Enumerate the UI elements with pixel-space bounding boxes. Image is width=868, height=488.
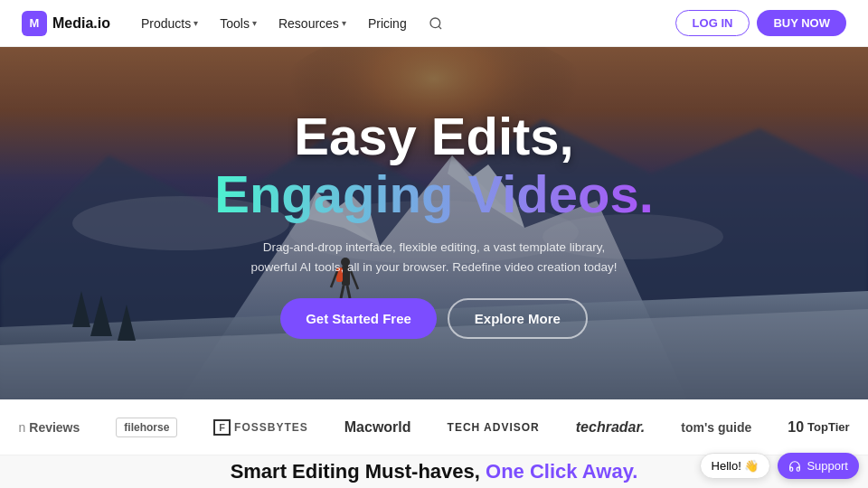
chevron-down-icon: ▾: [193, 18, 198, 28]
support-widget-button[interactable]: Support: [778, 453, 859, 479]
buynow-button[interactable]: BUY NOW: [757, 10, 846, 36]
logo-brand-macworld: Macworld: [344, 419, 411, 436]
nav-item-tools[interactable]: Tools ▾: [211, 11, 266, 36]
logo-brand-techradar: techradar.: [576, 419, 645, 436]
hero-content: Easy Edits, Engaging Videos. Drag-and-dr…: [178, 108, 690, 340]
search-icon: [429, 16, 443, 31]
chat-widgets: Hello! 👋 Support: [700, 453, 859, 479]
get-started-button[interactable]: Get Started Free: [280, 298, 437, 339]
logo-brand-filehorse: filehorse: [116, 418, 177, 437]
hero-subtitle: Drag-and-drop interface, flexible editin…: [244, 238, 624, 277]
hero-buttons: Get Started Free Explore More: [214, 298, 654, 339]
nav-item-pricing[interactable]: Pricing: [359, 11, 416, 36]
search-button[interactable]: [420, 11, 452, 36]
headset-icon: [788, 460, 801, 473]
logo-text: Media.io: [52, 15, 110, 32]
nav-item-resources[interactable]: Resources ▾: [269, 11, 355, 36]
bottom-title: Smart Editing Must-haves, One Click Away…: [231, 460, 638, 483]
support-widget-label: Support: [807, 459, 848, 473]
navbar: M Media.io Products ▾ Tools ▾ Resources …: [0, 0, 868, 47]
svg-point-0: [430, 18, 440, 28]
logo[interactable]: M Media.io: [22, 11, 110, 36]
logo-brand-topter: 10TopTier: [788, 419, 849, 436]
chevron-down-icon: ▾: [342, 18, 346, 28]
logo-brand-nreviews: nReviews: [18, 420, 80, 435]
nav-actions: LOG IN BUY NOW: [675, 10, 846, 36]
svg-line-1: [439, 26, 441, 29]
login-button[interactable]: LOG IN: [675, 10, 750, 36]
hello-widget-label: Hello! 👋: [712, 459, 760, 473]
explore-more-button[interactable]: Explore More: [448, 298, 588, 339]
hello-widget-button[interactable]: Hello! 👋: [700, 453, 771, 479]
hero-title-line1: Easy Edits,: [214, 108, 654, 165]
hero-section: Easy Edits, Engaging Videos. Drag-and-dr…: [0, 47, 868, 399]
logos-strip: nReviews filehorse F FOSSBYTES Macworld …: [0, 399, 868, 455]
logo-icon: M: [22, 11, 47, 36]
nav-links: Products ▾ Tools ▾ Resources ▾ Pricing: [132, 11, 675, 36]
nav-item-products[interactable]: Products ▾: [132, 11, 207, 36]
logo-brand-fossbytes: F FOSSBYTES: [213, 419, 307, 436]
logo-brand-techadvisor: TECH ADVISOR: [448, 421, 540, 434]
logo-brand-tomsguide: tom's guide: [681, 420, 751, 435]
hero-title-line2: Engaging Videos.: [214, 164, 654, 225]
chevron-down-icon: ▾: [252, 18, 257, 28]
